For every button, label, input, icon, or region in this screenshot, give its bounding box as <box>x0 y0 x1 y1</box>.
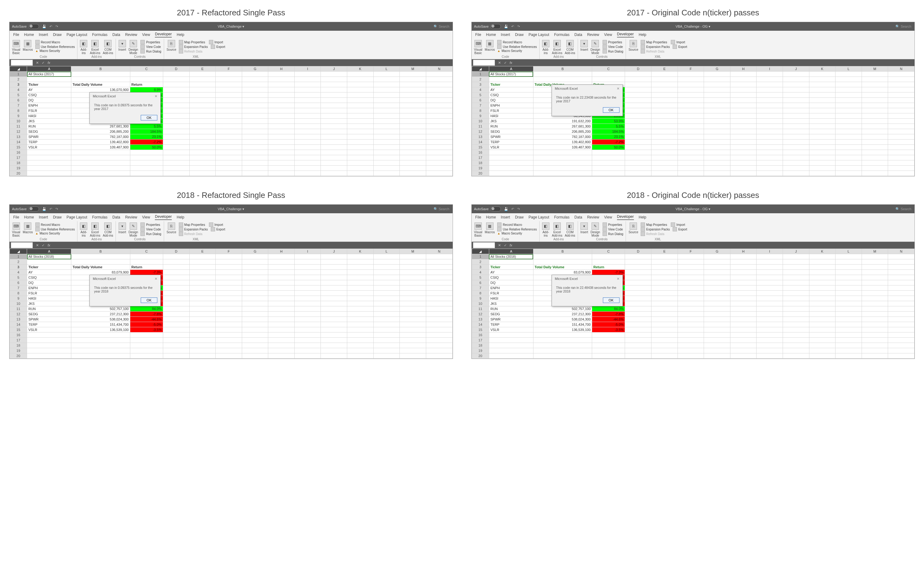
cell[interactable] <box>489 259 533 265</box>
cell[interactable] <box>888 259 914 265</box>
menu-data[interactable]: Data <box>112 33 120 37</box>
cell[interactable] <box>163 307 189 312</box>
cell-volume[interactable]: 538,024,300 <box>533 317 592 322</box>
col-header-E[interactable]: E <box>652 66 678 72</box>
cell-ticker[interactable]: JKS <box>27 301 71 307</box>
cell[interactable] <box>294 343 321 348</box>
cell[interactable] <box>861 82 888 87</box>
cell[interactable] <box>888 103 914 108</box>
cell[interactable] <box>242 166 268 171</box>
cell-return[interactable]: -5.0% <box>592 322 625 327</box>
cell[interactable] <box>216 87 242 92</box>
cell[interactable] <box>189 327 216 333</box>
design-mode-button[interactable]: ✎Design Mode <box>591 40 600 55</box>
cell[interactable] <box>652 124 678 129</box>
row-header-7[interactable]: 7 <box>472 103 489 108</box>
cell[interactable] <box>400 301 426 307</box>
cell[interactable] <box>189 140 216 145</box>
com-addins-button[interactable]: ◧COM Add-ins <box>102 40 113 55</box>
cell[interactable] <box>242 307 268 312</box>
cell[interactable] <box>861 92 888 98</box>
cell[interactable] <box>294 134 321 140</box>
cell-ticker[interactable]: TERP <box>27 140 71 145</box>
cell[interactable] <box>678 254 704 259</box>
cell[interactable] <box>704 72 730 77</box>
cell[interactable] <box>400 285 426 291</box>
cell[interactable] <box>757 312 783 317</box>
cell[interactable] <box>373 285 400 291</box>
row-header-19[interactable]: 19 <box>10 348 27 353</box>
cell[interactable] <box>592 160 625 166</box>
cell[interactable] <box>373 145 400 150</box>
col-header-D[interactable]: D <box>163 249 189 254</box>
cell[interactable] <box>678 348 704 353</box>
com-addins-button[interactable]: ◧COM Add-ins <box>102 223 113 237</box>
row-header-2[interactable]: 2 <box>10 77 27 82</box>
menu-view[interactable]: View <box>604 215 612 219</box>
cell[interactable] <box>625 307 652 312</box>
cell[interactable] <box>888 77 914 82</box>
cell[interactable] <box>625 98 652 103</box>
cell[interactable] <box>678 82 704 87</box>
col-header-E[interactable]: E <box>189 249 216 254</box>
menu-home[interactable]: Home <box>486 33 496 37</box>
cell[interactable] <box>783 312 809 317</box>
cell[interactable] <box>373 150 400 155</box>
cell[interactable] <box>783 285 809 291</box>
cell[interactable] <box>678 129 704 134</box>
cell[interactable] <box>163 333 189 338</box>
cell-ticker[interactable]: RUN <box>27 124 71 129</box>
cell[interactable] <box>652 327 678 333</box>
cell[interactable] <box>373 108 400 114</box>
row-header-12[interactable]: 12 <box>10 312 27 317</box>
cell-return[interactable]: 23.1% <box>592 134 625 140</box>
ok-button[interactable]: OK <box>141 297 157 303</box>
redo-icon[interactable]: ↷ <box>55 25 58 28</box>
cell[interactable] <box>130 77 163 82</box>
cell[interactable] <box>652 129 678 134</box>
cell[interactable] <box>400 72 426 77</box>
row-header-18[interactable]: 18 <box>472 160 489 166</box>
cell[interactable] <box>861 77 888 82</box>
cell[interactable] <box>625 275 652 280</box>
cell-ticker[interactable]: FSLR <box>489 108 533 114</box>
cell[interactable] <box>652 119 678 124</box>
cell[interactable] <box>189 114 216 119</box>
cell[interactable] <box>783 140 809 145</box>
undo-icon[interactable]: ↶ <box>512 25 514 28</box>
cell[interactable] <box>533 353 592 359</box>
cell[interactable] <box>321 259 347 265</box>
cell[interactable] <box>757 301 783 307</box>
cell[interactable] <box>426 129 452 134</box>
cell[interactable] <box>130 155 163 160</box>
undo-icon[interactable]: ↶ <box>512 207 514 211</box>
cell[interactable] <box>294 327 321 333</box>
cell[interactable] <box>347 307 374 312</box>
cell[interactable] <box>835 301 862 307</box>
cell[interactable] <box>242 259 268 265</box>
cell[interactable] <box>757 140 783 145</box>
cell[interactable] <box>809 353 835 359</box>
cell[interactable] <box>347 82 374 87</box>
cell[interactable] <box>861 114 888 119</box>
cell[interactable] <box>426 338 452 343</box>
cell[interactable] <box>533 348 592 353</box>
cell[interactable] <box>426 119 452 124</box>
cell[interactable] <box>730 296 757 301</box>
cell[interactable] <box>426 259 452 265</box>
col-header-K[interactable]: K <box>347 249 374 254</box>
cell[interactable] <box>861 155 888 160</box>
cell[interactable] <box>704 291 730 296</box>
design-mode-button[interactable]: ✎Design Mode <box>129 223 138 237</box>
cell[interactable] <box>242 171 268 176</box>
cell[interactable] <box>400 103 426 108</box>
col-header-F[interactable]: F <box>678 249 704 254</box>
cell[interactable] <box>704 322 730 327</box>
cell[interactable] <box>400 87 426 92</box>
cell[interactable] <box>678 327 704 333</box>
cell-volume[interactable]: 237,212,300 <box>533 312 592 317</box>
cell[interactable] <box>163 92 189 98</box>
cell[interactable] <box>189 333 216 338</box>
cell[interactable] <box>163 87 189 92</box>
cell[interactable] <box>189 353 216 359</box>
